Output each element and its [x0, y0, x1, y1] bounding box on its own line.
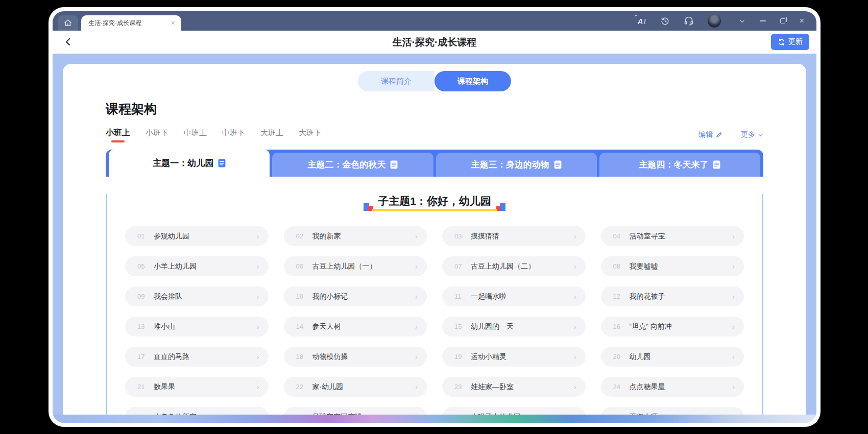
lesson-chevron-icon: › [574, 383, 576, 391]
lesson-number: 07 [454, 262, 468, 270]
lesson-item[interactable]: 10 我的小标记 › [284, 286, 427, 306]
lesson-item[interactable]: 08 我要嘘嘘 › [601, 256, 744, 276]
lesson-chevron-icon: › [257, 232, 259, 240]
lesson-item[interactable]: 19 运动小精灵 › [442, 347, 586, 367]
theme-tab-label: 主题三：身边的动物 [471, 159, 549, 171]
class-tab[interactable]: 大班下 [299, 128, 322, 143]
lesson-item[interactable]: 07 古豆上幼儿园（二） › [442, 256, 586, 276]
minimize-icon[interactable] [760, 20, 766, 21]
lesson-item[interactable]: 05 小羊上幼儿园 › [125, 256, 269, 276]
menu-chevron-down-icon[interactable] [739, 18, 745, 25]
update-button-label: 更新 [788, 37, 803, 46]
ai-assistant-icon[interactable]: AI [638, 17, 646, 26]
page-title: 生活·探究·成长课程 [393, 36, 477, 49]
view-tab[interactable]: 课程架构 [435, 71, 511, 91]
lesson-title: “坦克” 向前冲 [630, 322, 733, 331]
lesson-number: 14 [296, 323, 310, 330]
desktop-background: 生活·探究·成长课程 × AI [0, 0, 868, 434]
lesson-item[interactable]: 16 “坦克” 向前冲 › [601, 317, 744, 336]
lesson-title: 数果果 [154, 382, 257, 392]
subtopic-header: 子主题1：你好，幼儿园 [125, 194, 744, 213]
lesson-number: 11 [454, 293, 468, 300]
view-tab[interactable]: 课程简介 [358, 71, 435, 91]
history-icon[interactable] [660, 16, 670, 26]
edit-link[interactable]: 编辑 [698, 130, 722, 139]
tab-close-icon[interactable]: × [170, 19, 176, 27]
lesson-title: 我的小标记 [312, 292, 416, 301]
lesson-item[interactable]: 11 一起喝水啦 › [442, 286, 586, 306]
edit-link-label: 编辑 [698, 130, 713, 139]
lesson-chevron-icon: › [732, 383, 735, 391]
class-tab[interactable]: 小班上 [106, 128, 130, 143]
close-icon[interactable]: × [800, 17, 804, 25]
lesson-item[interactable]: 12 我的花被子 › [601, 286, 744, 306]
lesson-item[interactable]: 18 动物模仿操 › [284, 347, 427, 367]
lesson-number: 18 [296, 353, 310, 360]
lesson-chevron-icon: › [574, 293, 576, 300]
course-tab-title: 生活·探究·成长课程 [88, 19, 170, 28]
lesson-item[interactable]: 02 我的新家 › [284, 226, 427, 246]
lesson-item[interactable]: 21 数果果 › [125, 377, 269, 397]
support-headset-icon[interactable] [684, 16, 694, 26]
restore-icon[interactable] [780, 18, 785, 23]
lesson-item[interactable]: 17 直直的马路 › [125, 347, 269, 367]
lesson-item[interactable]: 20 幼儿园 › [601, 347, 744, 367]
class-tab[interactable]: 中班下 [222, 128, 245, 143]
lesson-item[interactable]: 13 堆小山 › [125, 317, 269, 336]
theme-tab-label: 主题四：冬天来了 [639, 159, 708, 171]
row-actions: 编辑 更多 [698, 130, 763, 143]
titlebar-right-icons: AI [638, 14, 816, 28]
lesson-chevron-icon: › [415, 262, 418, 270]
document-icon [713, 160, 720, 169]
subtopic-decor-left [364, 203, 373, 213]
page-header: 生活·探究·成长课程 更新 [53, 31, 816, 54]
lesson-chevron-icon: › [415, 293, 418, 300]
dock-reflection-strip [53, 415, 816, 423]
lesson-chevron-icon: › [732, 293, 735, 300]
theme-tab[interactable]: 主题二：金色的秋天 [272, 153, 433, 177]
lesson-chevron-icon: › [257, 383, 259, 391]
lesson-item[interactable]: 24 点点糖果屋 › [601, 377, 744, 397]
theme-tab[interactable]: 主题四：冬天来了 [599, 153, 760, 177]
back-button[interactable] [64, 37, 72, 49]
lesson-title: 直直的马路 [154, 352, 257, 361]
lesson-chevron-icon: › [415, 232, 418, 240]
page-body: 课程简介 课程架构 课程架构 小班上 小班下 [53, 54, 816, 423]
class-tab[interactable]: 小班下 [146, 128, 168, 143]
user-avatar[interactable] [708, 14, 721, 28]
theme-tab-label: 主题一：幼儿园 [153, 157, 213, 169]
more-link[interactable]: 更多 [741, 130, 763, 139]
lesson-number: 16 [613, 323, 627, 330]
lesson-chevron-icon: › [574, 262, 576, 270]
lesson-number: 06 [296, 262, 310, 270]
lesson-title: 活动室寻宝 [630, 232, 733, 241]
lesson-title: 古豆上幼儿园（一） [312, 262, 416, 271]
home-button[interactable] [58, 15, 78, 31]
lesson-item[interactable]: 03 摸摸猜猜 › [442, 226, 586, 246]
lesson-item[interactable]: 14 参天大树 › [284, 317, 427, 336]
lesson-item[interactable]: 01 参观幼儿园 › [125, 226, 269, 246]
class-tab-row: 小班上 小班下 中班上 中班下 大班上 大班下 [106, 128, 763, 143]
lesson-item[interactable]: 09 我会排队 › [125, 286, 269, 306]
window-titlebar: 生活·探究·成长课程 × AI [53, 11, 816, 31]
view-switcher: 课程简介 课程架构 [358, 71, 511, 91]
lesson-item[interactable]: 06 古豆上幼儿园（一） › [284, 256, 427, 276]
lesson-item[interactable]: 04 活动室寻宝 › [601, 226, 744, 246]
theme-tab[interactable]: 主题一：幼儿园 [109, 150, 270, 177]
subtopic-decor-right [496, 203, 505, 213]
lesson-item[interactable]: 15 幼儿园的一天 › [442, 317, 586, 336]
refresh-icon [778, 38, 785, 46]
lesson-item[interactable]: 23 娃娃家—卧室 › [442, 377, 586, 397]
course-browser-tab[interactable]: 生活·探究·成长课程 × [81, 15, 181, 31]
lesson-item[interactable]: 22 家·幼儿园 › [284, 377, 427, 397]
lesson-title: 幼儿园的一天 [471, 322, 574, 331]
lesson-title: 幼儿园 [630, 352, 733, 361]
update-button[interactable]: 更新 [771, 34, 809, 50]
class-tab[interactable]: 大班上 [260, 128, 283, 143]
home-icon [63, 18, 73, 28]
class-tab[interactable]: 中班上 [184, 128, 207, 143]
lesson-grid: 01 参观幼儿园 › 02 我的新家 › [125, 226, 744, 423]
lesson-title: 点点糖果屋 [630, 382, 733, 392]
document-icon [218, 159, 226, 167]
theme-tab[interactable]: 主题三：身边的动物 [436, 153, 597, 177]
